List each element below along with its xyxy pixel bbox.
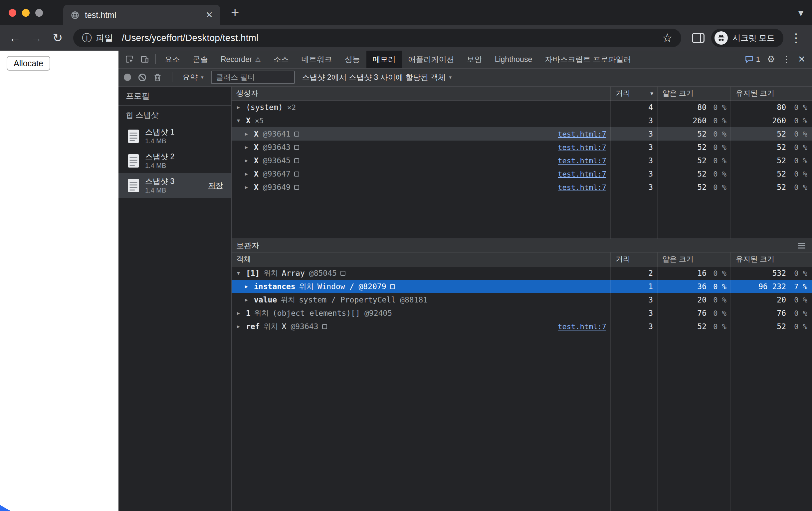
disclosure-collapsed-icon[interactable]: ▶ <box>245 184 254 190</box>
disclosure-collapsed-icon[interactable]: ▶ <box>245 284 254 290</box>
object-preview-icon[interactable] <box>294 171 299 177</box>
tab-recorder[interactable]: Recorder⚠ <box>214 51 267 68</box>
retainers-menu-hamburger-icon[interactable] <box>798 243 807 248</box>
source-location-link[interactable]: test.html:7 <box>558 143 611 152</box>
tab-elements[interactable]: 요소 <box>158 51 186 68</box>
url-text[interactable]: /Users/yceffort/Desktop/test.html <box>122 33 259 43</box>
record-heap-snapshot-icon[interactable] <box>124 74 131 81</box>
devtools-settings-gear-icon[interactable]: ⚙ <box>763 52 779 67</box>
tab-application[interactable]: 애플리케이션 <box>402 51 461 68</box>
object-preview-icon[interactable] <box>294 185 299 190</box>
disclosure-collapsed-icon[interactable]: ▶ <box>245 144 254 150</box>
source-location-link[interactable]: test.html:7 <box>558 322 611 331</box>
object-preview-icon[interactable] <box>322 324 327 329</box>
column-header-shallow-size[interactable]: 얕은 크기 <box>658 252 731 266</box>
page-info-icon[interactable]: ⓘ <box>82 31 92 45</box>
toolbar-separator <box>172 72 172 82</box>
snapshot-item-3[interactable]: 스냅샷 3 1.4 MB 저장 <box>118 173 231 198</box>
address-bar[interactable]: ⓘ 파일 /Users/yceffort/Desktop/test.html ☆ <box>73 29 681 47</box>
constructor-row-x[interactable]: ▼ X ×5 3 2600 % 2600 % <box>232 114 812 127</box>
column-header-shallow-size[interactable]: 얕은 크기 <box>658 87 731 100</box>
retainer-row-array[interactable]: ▼ [1] 위치 Array @85045 2 160 % 5320 % <box>232 267 812 280</box>
window-minimize-button[interactable] <box>22 9 30 17</box>
bookmark-star-icon[interactable]: ☆ <box>662 31 672 45</box>
retainer-row-instances[interactable]: ▶ instances 위치 Window / @82079 1 360 % 9… <box>232 280 812 293</box>
window-zoom-button[interactable] <box>35 9 43 17</box>
back-button[interactable]: ← <box>5 28 25 48</box>
browser-menu-kebab-icon[interactable]: ⋮ <box>785 31 807 45</box>
browser-tab[interactable]: test.html ✕ <box>63 5 220 25</box>
constructors-header-row: 생성자 거리 ▼ 얕은 크기 유지된 크기 <box>232 87 812 101</box>
object-preview-icon[interactable] <box>341 271 345 276</box>
devtools-tab-bar: 요소 콘솔 Recorder⚠ 소스 네트워크 성능 메모리 애플리케이션 보안… <box>118 51 812 69</box>
perspective-select[interactable]: 요약 ▾ <box>182 72 204 83</box>
object-preview-icon[interactable] <box>294 145 299 150</box>
disclosure-collapsed-icon[interactable]: ▶ <box>245 158 254 164</box>
device-toolbar-icon[interactable] <box>137 51 152 68</box>
issues-button[interactable]: 1 <box>742 55 763 64</box>
object-preview-icon[interactable] <box>294 158 299 163</box>
allocation-filter-select[interactable]: 스냅샷 2에서 스냅샷 3 사이에 할당된 객체 ▾ <box>302 72 452 83</box>
object-preview-icon[interactable] <box>390 284 395 289</box>
disclosure-expanded-icon[interactable]: ▼ <box>237 270 246 276</box>
side-panel-icon[interactable] <box>692 33 704 43</box>
retainer-row-value[interactable]: ▶ value 위치 system / PropertyCell @88181 … <box>232 293 812 306</box>
disclosure-collapsed-icon[interactable]: ▶ <box>245 171 254 177</box>
tab-memory[interactable]: 메모리 <box>367 51 402 68</box>
instance-row-93645[interactable]: ▶ X @93645 test.html:7 3 520 % 520 % <box>232 154 812 167</box>
retainer-row-ref[interactable]: ▶ ref 위치 X @93643 test.html:7 3 520 % <box>232 320 812 333</box>
snapshot-item-2[interactable]: 스냅샷 2 1.4 MB <box>118 149 231 173</box>
delete-profile-icon[interactable] <box>153 73 162 82</box>
column-header-distance[interactable]: 거리 ▼ <box>611 87 658 100</box>
snapshot-save-link[interactable]: 저장 <box>208 181 226 191</box>
reload-button[interactable]: ↻ <box>48 28 67 48</box>
chevron-down-icon: ▾ <box>449 74 452 80</box>
constructor-row-system[interactable]: ▶ (system) ×2 4 800 % 800 % <box>232 101 812 114</box>
retainers-grid: 보관자 객체 거리 얕은 크기 유지된 크기 <box>232 239 812 511</box>
devtools-tabbar-right: 1 ⚙ ⋮ ✕ <box>742 52 812 67</box>
clear-profiles-icon[interactable] <box>139 74 146 81</box>
tab-close-icon[interactable]: ✕ <box>205 11 213 20</box>
disclosure-collapsed-icon[interactable]: ▶ <box>245 131 254 137</box>
tab-js-profiler[interactable]: 자바스크립트 프로파일러 <box>539 51 637 68</box>
allocate-button[interactable]: Allocate <box>7 56 50 71</box>
retainers-body: ▼ [1] 위치 Array @85045 2 160 % 5320 % <box>232 267 812 511</box>
disclosure-expanded-icon[interactable]: ▼ <box>237 117 246 124</box>
tab-console[interactable]: 콘솔 <box>186 51 214 68</box>
column-header-object[interactable]: 객체 <box>232 252 611 266</box>
disclosure-collapsed-icon[interactable]: ▶ <box>245 297 254 303</box>
snapshot-item-1[interactable]: 스냅샷 1 1.4 MB <box>118 124 231 149</box>
instance-row-93649[interactable]: ▶ X @93649 test.html:7 3 520 % 520 % <box>232 181 812 194</box>
source-location-link[interactable]: test.html:7 <box>558 170 611 178</box>
incognito-label: 시크릿 모드 <box>732 33 775 43</box>
column-header-retained-size[interactable]: 유지된 크기 <box>731 252 812 266</box>
source-location-link[interactable]: test.html:7 <box>558 183 611 192</box>
globe-favicon-icon <box>70 11 80 20</box>
class-filter-input[interactable] <box>211 71 295 84</box>
disclosure-collapsed-icon[interactable]: ▶ <box>237 323 246 329</box>
new-tab-button[interactable]: + <box>231 5 239 21</box>
column-header-constructor[interactable]: 생성자 <box>232 87 611 100</box>
tab-performance[interactable]: 성능 <box>339 51 367 68</box>
object-preview-icon[interactable] <box>294 132 299 137</box>
retainer-row-object-elements[interactable]: ▶ 1 위치 (object elements)[] @92405 3 760 … <box>232 306 812 320</box>
tab-search-chevron-icon[interactable]: ▾ <box>799 7 803 19</box>
tab-sources[interactable]: 소스 <box>267 51 295 68</box>
instance-row-93643[interactable]: ▶ X @93643 test.html:7 3 520 % 520 % <box>232 140 812 154</box>
inspect-element-icon[interactable] <box>122 51 137 68</box>
instance-row-93641[interactable]: ▶ X @93641 test.html:7 3 520 % 520 % <box>232 127 812 140</box>
devtools-close-icon[interactable]: ✕ <box>794 52 809 67</box>
disclosure-collapsed-icon[interactable]: ▶ <box>237 310 246 316</box>
tab-lighthouse[interactable]: Lighthouse <box>489 51 539 68</box>
tab-network[interactable]: 네트워크 <box>295 51 339 68</box>
column-header-retained-size[interactable]: 유지된 크기 <box>731 87 812 100</box>
tab-security[interactable]: 보안 <box>461 51 489 68</box>
column-header-distance[interactable]: 거리 <box>611 252 658 266</box>
forward-button: → <box>27 28 46 48</box>
window-close-button[interactable] <box>9 9 16 17</box>
instance-row-93647[interactable]: ▶ X @93647 test.html:7 3 520 % 520 % <box>232 167 812 181</box>
source-location-link[interactable]: test.html:7 <box>558 157 611 165</box>
disclosure-collapsed-icon[interactable]: ▶ <box>237 104 246 110</box>
source-location-link[interactable]: test.html:7 <box>558 130 611 138</box>
devtools-menu-kebab-icon[interactable]: ⋮ <box>779 52 794 67</box>
